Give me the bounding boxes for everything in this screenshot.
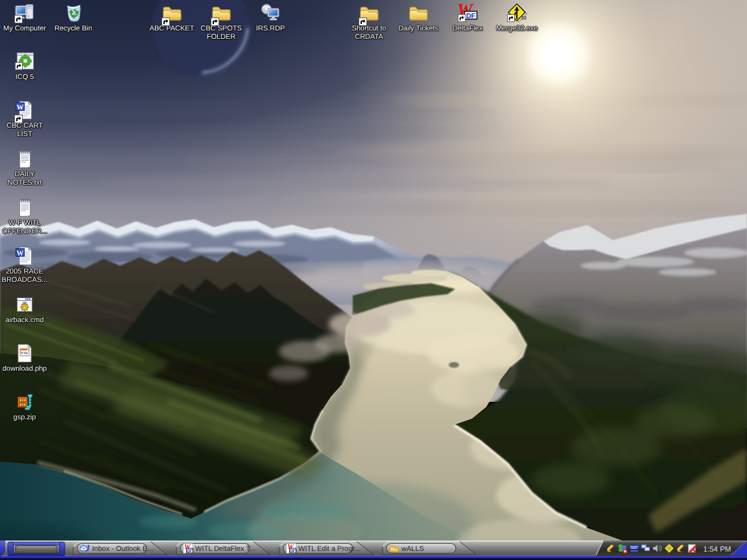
svg-text:WITL Edit a Progr...: WITL Edit a Progr... — [298, 545, 361, 553]
svg-text:WITL DeltaFlex T...: WITL DeltaFlex T... — [195, 545, 255, 553]
svg-text:1:54 PM: 1:54 PM — [704, 546, 731, 554]
svg-text:wALLS: wALLS — [401, 545, 424, 553]
svg-text:Inbox - Outlook E...: Inbox - Outlook E... — [92, 545, 153, 553]
